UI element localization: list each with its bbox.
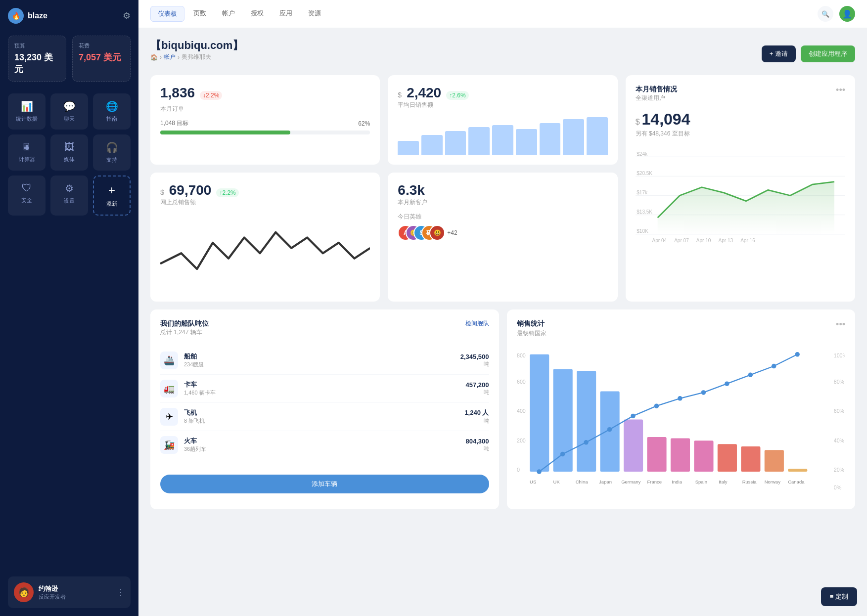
plane-name: 飞机 xyxy=(184,408,458,417)
sidebar-item-settings[interactable]: ⚙ 设置 xyxy=(50,176,88,216)
svg-text:France: France xyxy=(647,479,662,484)
plane-value: 1,240 人 吨 xyxy=(464,408,489,425)
train-unit: 吨 xyxy=(466,445,489,452)
svg-text:0: 0 xyxy=(517,467,520,473)
invite-button[interactable]: + 邀请 xyxy=(762,45,796,62)
monthly-currency: $ xyxy=(636,118,640,127)
user-profile[interactable]: 🧑 约翰逊 反应开发者 ⋮ xyxy=(8,576,131,608)
support-label: 支持 xyxy=(106,156,117,164)
svg-text:80%: 80% xyxy=(833,379,844,385)
heroes-count: +42 xyxy=(447,229,457,236)
total-currency: $ xyxy=(160,188,164,196)
search-button[interactable]: 🔍 xyxy=(818,6,833,22)
avg-sales-label: 平均日销售额 xyxy=(398,101,607,109)
sidebar-header: 🔥 blaze ⚙ xyxy=(8,8,131,24)
orders-value: 1,836 xyxy=(160,85,195,101)
svg-point-31 xyxy=(631,413,635,418)
user-icon-button[interactable]: 👤 xyxy=(839,6,855,22)
expense-amount: 7,057 美元 xyxy=(79,51,124,63)
monthly-sales-card: 本月销售情况 全渠道用户 ••• $ 14,094 另有 $48,346 至目标 xyxy=(626,75,855,302)
chat-icon: 💬 xyxy=(63,100,76,112)
sidebar-item-security[interactable]: 🛡 安全 xyxy=(8,176,46,216)
sidebar-item-chat[interactable]: 💬 聊天 xyxy=(50,93,88,130)
sidebar-item-support[interactable]: 🎧 支持 xyxy=(93,134,131,171)
ship-amount: 2,345,500 xyxy=(460,353,489,360)
top-navigation: 仪表板 页数 帐户 授权 应用 资源 🔍 👤 xyxy=(138,0,867,28)
bar-7 xyxy=(540,123,561,155)
svg-text:Apr 16: Apr 16 xyxy=(740,238,755,243)
support-icon: 🎧 xyxy=(106,141,118,153)
truck-info: 卡车 1,460 辆卡车 xyxy=(184,380,460,396)
sidebar-item-add[interactable]: + 添新 xyxy=(93,176,131,216)
nav-grid: 📊 统计数据 💬 聊天 🌐 指南 🖩 计算器 🖼 媒体 🎧 支持 🛡 安全 ⚙ xyxy=(8,93,131,216)
media-label: 媒体 xyxy=(64,156,75,163)
bar-india xyxy=(670,438,689,472)
tab-dashboard[interactable]: 仪表板 xyxy=(150,6,184,22)
svg-text:$13.5K: $13.5K xyxy=(637,209,652,215)
bar-2 xyxy=(421,135,443,155)
monthly-sales-sub: 全渠道用户 xyxy=(636,94,677,102)
breadcrumb-current: 奥弗维耶夫 xyxy=(182,53,211,61)
train-icon: 🚂 xyxy=(160,436,178,454)
add-icon: + xyxy=(108,183,115,197)
add-label: 添新 xyxy=(106,200,117,208)
tab-auth[interactable]: 授权 xyxy=(244,6,271,22)
svg-point-35 xyxy=(725,381,729,386)
user-more-icon[interactable]: ⋮ xyxy=(117,588,125,597)
fleet-link[interactable]: 检阅舰队 xyxy=(465,319,489,328)
svg-text:200: 200 xyxy=(517,437,526,443)
svg-text:Russia: Russia xyxy=(742,479,757,484)
user-info: 约翰逊 反应开发者 xyxy=(39,584,112,601)
calculator-label: 计算器 xyxy=(19,156,35,163)
sales-country-chart: 800 600 400 200 0 100% 80% 60% 40% 20% 0… xyxy=(517,346,846,498)
customize-button[interactable]: ≡ 定制 xyxy=(821,587,857,606)
logo-icon: 🔥 xyxy=(8,8,24,24)
sales-stat-more[interactable]: ••• xyxy=(836,319,845,330)
sidebar-item-calculator[interactable]: 🖩 计算器 xyxy=(8,134,46,171)
bar-4 xyxy=(468,127,490,155)
sidebar-item-stats[interactable]: 📊 统计数据 xyxy=(8,93,46,130)
truck-value: 457,200 吨 xyxy=(466,381,489,396)
train-info: 火车 36趟列车 xyxy=(184,437,460,453)
sidebar-item-guide[interactable]: 🌐 指南 xyxy=(93,93,131,130)
tab-resources[interactable]: 资源 xyxy=(301,6,328,22)
add-vehicle-button[interactable]: 添加车辆 xyxy=(160,475,489,493)
fleet-sub: 总计 1,247 辆车 xyxy=(160,328,209,337)
guide-label: 指南 xyxy=(106,115,117,123)
progress-bar-wrap xyxy=(160,131,370,134)
bar-france xyxy=(647,437,666,472)
svg-text:Norway: Norway xyxy=(764,479,780,484)
security-label: 安全 xyxy=(21,197,32,204)
tab-accounts[interactable]: 帐户 xyxy=(215,6,242,22)
mini-bar-chart xyxy=(398,115,607,155)
fleet-title: 我们的船队吨位 xyxy=(160,319,209,328)
svg-text:Germany: Germany xyxy=(621,479,640,484)
app-name: blaze xyxy=(28,11,47,20)
calculator-icon: 🖩 xyxy=(22,141,32,153)
svg-marker-10 xyxy=(657,182,834,234)
stats-label: 统计数据 xyxy=(16,115,38,123)
chat-label: 聊天 xyxy=(64,115,75,123)
settings-icon: ⚙ xyxy=(65,182,74,194)
sales-stat-title: 销售统计 xyxy=(517,319,547,328)
tab-pages[interactable]: 页数 xyxy=(186,6,213,22)
main-content: 仪表板 页数 帐户 授权 应用 资源 🔍 👤 【biqubiqu.com】 🏠 … xyxy=(138,0,867,616)
security-icon: 🛡 xyxy=(22,182,32,194)
orders-card: 1,836 ↓2.2% 本月订单 1,048 目标 62% xyxy=(150,75,380,165)
svg-text:$20.5K: $20.5K xyxy=(637,171,652,176)
top-settings-icon[interactable]: ⚙ xyxy=(123,10,131,21)
monthly-sales-more[interactable]: ••• xyxy=(836,85,845,95)
total-sales-change: ↑2.2% xyxy=(216,188,238,197)
tab-apps[interactable]: 应用 xyxy=(273,6,299,22)
bar-5 xyxy=(492,125,513,155)
page-title: 【biqubiqu.com】 🏠 › 帐户 › 奥弗维耶夫 xyxy=(150,38,243,69)
sidebar-item-media[interactable]: 🖼 媒体 xyxy=(50,134,88,171)
sidebar: 🔥 blaze ⚙ 预算 13,230 美元 花费 7,057 美元 📊 统计数… xyxy=(0,0,138,616)
svg-text:Apr 10: Apr 10 xyxy=(696,238,711,243)
create-app-button[interactable]: 创建应用程序 xyxy=(801,45,855,62)
plane-icon: ✈ xyxy=(160,408,178,426)
svg-text:UK: UK xyxy=(553,479,560,484)
svg-text:Spain: Spain xyxy=(695,479,707,484)
breadcrumb-accounts[interactable]: 帐户 xyxy=(164,53,176,61)
svg-point-32 xyxy=(654,403,658,408)
